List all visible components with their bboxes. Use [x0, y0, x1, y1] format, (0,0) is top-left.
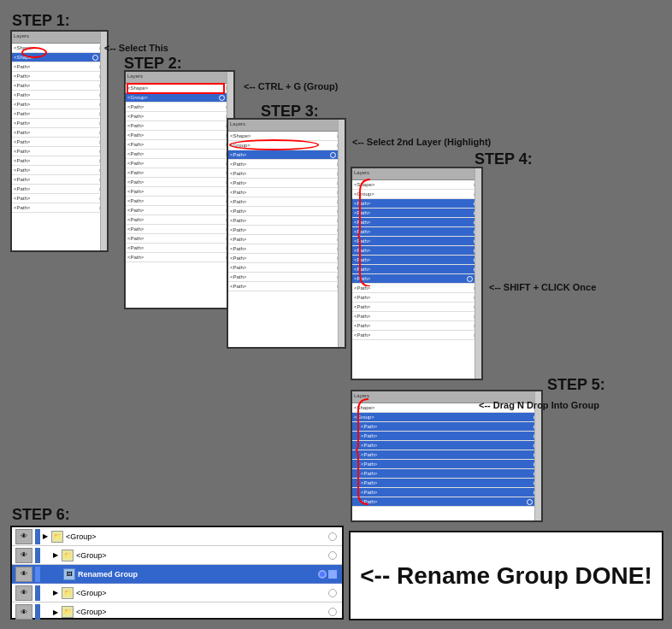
- step6-row-5: 👁 ▶ 📁 <Group>: [12, 603, 342, 621]
- step4-row: <Path>: [352, 237, 481, 246]
- step4-row: <Group>: [352, 190, 481, 199]
- step6-icon-group-5: 📁: [62, 606, 74, 618]
- step2-row: <Path>: [126, 234, 233, 244]
- step3-row: <Path>: [228, 244, 345, 254]
- step2-panel: Layers <Shape> <Group> <Path> <Path> <Pa…: [124, 70, 235, 309]
- step1-row: <Path>: [12, 100, 107, 109]
- step6-eye-4[interactable]: 👁: [15, 585, 32, 601]
- step6-circle-2: [328, 551, 337, 560]
- step6-label: STEP 6:: [12, 506, 70, 524]
- step2-panel-header: Layers: [126, 72, 233, 84]
- step2-row: <Path>: [126, 187, 233, 197]
- step6-circle-4: [328, 589, 337, 597]
- step1-row: <Path>: [12, 203, 107, 213]
- step4-row: <Path>: [352, 284, 481, 293]
- step3-row: <Path>: [228, 188, 345, 197]
- step3-row: <Group>: [228, 141, 345, 150]
- step1-row: <Path>: [12, 81, 107, 91]
- step6-circle-5: [328, 608, 337, 616]
- step4-row: <Path>: [352, 312, 481, 321]
- step6-expand-2: ▶: [53, 551, 58, 559]
- step6-colorbar-2: [35, 548, 40, 563]
- step3-row: <Shape>: [228, 132, 345, 141]
- step2-row: <Path>: [126, 206, 233, 215]
- step6-expand-5: ▶: [53, 608, 58, 616]
- step1-row: <Path>: [12, 62, 107, 72]
- step2-row: <Path>: [126, 159, 233, 168]
- step2-row: <Path>: [126, 112, 233, 121]
- step1-row: <Path>: [12, 119, 107, 128]
- step3-row: <Path>: [228, 169, 345, 179]
- step1-row: <Path>: [12, 175, 107, 185]
- step4-panel-header: Layers: [352, 168, 481, 180]
- step5-label: STEP 5:: [547, 376, 605, 394]
- step6-icon-obj-3: 🖼: [63, 568, 75, 580]
- step4-label: STEP 4:: [475, 150, 533, 168]
- step4-row: <Path>: [352, 303, 481, 312]
- step5-row: <Path>: [352, 450, 541, 460]
- step6-expand-4: ▶: [53, 589, 58, 597]
- step6-eye-3[interactable]: 👁: [15, 567, 32, 582]
- step6-circle-3: [318, 570, 327, 579]
- step1-panel: Layers <Shape> <Shape> <Path> <Path> <Pa…: [10, 30, 109, 252]
- step5-row: <Path>: [352, 488, 541, 497]
- step4-row: <Path>: [352, 321, 481, 331]
- step6-rowlabel-1: <Group>: [66, 532, 328, 541]
- step2-annotation: <-- CTRL + G (Group): [244, 81, 338, 91]
- step1-row: <Path>: [12, 156, 107, 166]
- step6-rowlabel-2: <Group>: [76, 551, 328, 560]
- step1-row: <Path>: [12, 194, 107, 203]
- step2-row: <Path>: [126, 178, 233, 187]
- step2-row: <Path>: [126, 253, 233, 262]
- step6-layers-panel: 👁 ▶ 📁 <Group> 👁 ▶ 📁 <Group> 👁 🖼 Renamed …: [10, 526, 344, 620]
- step1-row: <Path>: [12, 91, 107, 100]
- step5-row: <Path>: [352, 479, 541, 488]
- step2-row-group: <Group>: [126, 93, 233, 103]
- step4-row: <Path>: [352, 218, 481, 227]
- step6-row-4: 👁 ▶ 📁 <Group>: [12, 584, 342, 603]
- step2-row: <Path>: [126, 140, 233, 150]
- step6-row-1: 👁 ▶ 📁 <Group>: [12, 527, 342, 546]
- step6-eye-2[interactable]: 👁: [15, 548, 32, 563]
- step4-row: <Path>: [352, 265, 481, 274]
- step4-scrollbar[interactable]: [475, 168, 481, 379]
- step2-row: <Path>: [126, 197, 233, 206]
- step5-row-group: <Group>: [352, 413, 541, 422]
- step3-row: <Path>: [228, 160, 345, 169]
- step3-row: <Path>: [228, 273, 345, 282]
- step1-scrollbar[interactable]: [100, 32, 107, 250]
- step3-row: <Path>: [228, 226, 345, 235]
- step5-row: <Path>: [352, 432, 541, 441]
- step6-rowlabel-5: <Group>: [76, 608, 328, 616]
- step1-panel-header: Layers: [12, 32, 107, 44]
- step4-row: <Path>: [352, 293, 481, 303]
- step2-row: <Path>: [126, 225, 233, 234]
- step6-colorbar-1: [35, 529, 40, 544]
- step4-row: <Path>: [352, 331, 481, 340]
- step2-row: <Path>: [126, 103, 233, 112]
- step6-circle-1: [328, 532, 337, 541]
- step2-row: <Path>: [126, 215, 233, 225]
- step6-rowlabel-3: Renamed Group: [78, 570, 318, 579]
- step4-row: <Path>: [352, 256, 481, 265]
- step4-row: <Path>: [352, 246, 481, 256]
- step1-row: <Path>: [12, 138, 107, 147]
- step5-row: <Path>: [352, 441, 541, 450]
- step4-row: <Path>: [352, 199, 481, 209]
- step6-icon-group-2: 📁: [62, 550, 74, 561]
- step6-eye-1[interactable]: 👁: [15, 529, 32, 544]
- step3-row: <Path>: [228, 263, 345, 273]
- step5-scrollbar[interactable]: [534, 391, 541, 520]
- step1-row-selected: <Shape>: [12, 53, 107, 62]
- step1-row: <Path>: [12, 185, 107, 194]
- step3-row: <Path>: [228, 207, 345, 216]
- step4-row-last-blue: <Path>: [352, 274, 481, 284]
- step1-row: <Path>: [12, 128, 107, 138]
- done-text: <-- Rename Group DONE!: [360, 562, 651, 590]
- step6-icon-group-1: 📁: [51, 531, 63, 543]
- step5-row-last: <Path>: [352, 497, 541, 507]
- step6-eye-5[interactable]: 👁: [15, 604, 32, 620]
- step3-scrollbar[interactable]: [338, 120, 345, 347]
- step6-sq-3: [328, 570, 337, 579]
- step6-row-3-selected: 👁 🖼 Renamed Group: [12, 565, 342, 584]
